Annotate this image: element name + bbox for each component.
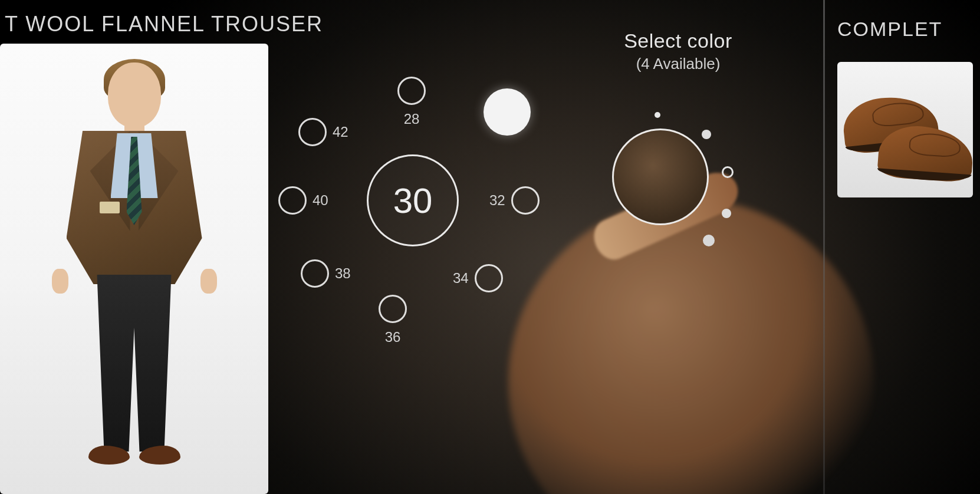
recommendation-tile-shoes[interactable] xyxy=(837,62,973,197)
size-option-42[interactable]: 42 xyxy=(298,118,348,146)
size-option-label: 42 xyxy=(333,124,348,140)
size-option-label: 28 xyxy=(404,111,420,127)
product-illustration xyxy=(46,62,223,475)
size-option-34[interactable]: 34 xyxy=(453,264,503,292)
size-option-dot xyxy=(379,295,407,323)
complete-title: COMPLET xyxy=(827,18,980,41)
size-selected[interactable]: 30 xyxy=(367,154,459,246)
size-option-32[interactable]: 32 xyxy=(489,186,540,215)
size-option-dot xyxy=(475,264,503,292)
size-option-dot xyxy=(511,186,540,215)
color-option-dot[interactable] xyxy=(703,235,715,246)
size-option-label: 34 xyxy=(453,270,469,286)
size-option-label: 36 xyxy=(385,329,401,345)
color-option-dot[interactable] xyxy=(722,166,734,178)
size-option-40[interactable]: 40 xyxy=(278,186,328,215)
product-panel: T WOOL FLANNEL TROUSER xyxy=(0,0,268,494)
panel-divider xyxy=(823,0,825,494)
size-option-label: 40 xyxy=(313,192,328,209)
color-heading: Select color xyxy=(578,29,778,52)
size-option-28[interactable]: 28 xyxy=(397,77,426,127)
color-option-white[interactable] xyxy=(484,88,531,136)
color-option-dot[interactable] xyxy=(722,209,731,218)
size-option-38[interactable]: 38 xyxy=(301,259,351,288)
size-option-label: 32 xyxy=(489,192,505,209)
size-option-36[interactable]: 36 xyxy=(379,295,407,345)
size-option-label: 38 xyxy=(335,265,351,282)
color-option-dot[interactable] xyxy=(702,130,711,139)
color-selector-header: Select color (4 Available) xyxy=(578,29,778,73)
color-option-dot[interactable] xyxy=(655,112,660,118)
ambient-hand xyxy=(508,199,874,494)
color-availability: (4 Available) xyxy=(578,55,778,73)
size-option-dot xyxy=(298,118,327,146)
product-hero-image[interactable] xyxy=(0,44,268,494)
size-option-dot xyxy=(397,77,426,105)
size-option-dot xyxy=(278,186,307,215)
color-selected-swatch[interactable] xyxy=(612,129,709,225)
size-selected-value: 30 xyxy=(393,180,433,221)
product-title: T WOOL FLANNEL TROUSER xyxy=(0,0,268,44)
size-option-dot xyxy=(301,259,329,288)
complete-the-look-panel: COMPLET xyxy=(827,0,980,494)
